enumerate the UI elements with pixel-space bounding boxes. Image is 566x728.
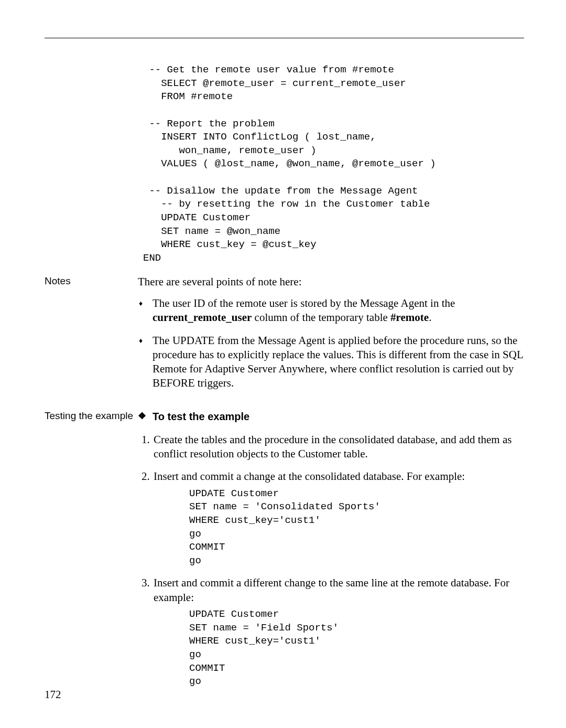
bullet-item-1: ♦ The user ID of the remote user is stor… xyxy=(138,296,524,325)
testing-side-label: Testing the example xyxy=(45,410,134,423)
step2-text: Insert and commit a change at the consol… xyxy=(154,470,465,483)
diamond-icon: ♦ xyxy=(139,336,143,346)
page: -- Get the remote user value from #remot… xyxy=(0,0,566,728)
procedure-steps: Create the tables and the procedure in t… xyxy=(138,433,524,689)
testing-section: Testing the example ❖ To test the exampl… xyxy=(138,410,524,689)
step-2: Insert and commit a change at the consol… xyxy=(153,469,524,568)
bullet1-part-d: #remote xyxy=(390,311,429,324)
notes-section: Notes There are several points of note h… xyxy=(138,275,524,391)
step-1: Create the tables and the procedure in t… xyxy=(153,433,524,462)
notes-bullets: ♦ The user ID of the remote user is stor… xyxy=(138,296,524,391)
diamond-icon: ♦ xyxy=(139,299,143,308)
step1-text: Create the tables and the procedure in t… xyxy=(154,433,511,460)
step-3: Insert and commit a different change to … xyxy=(153,576,524,688)
bullet2-text: The UPDATE from the Message Agent is app… xyxy=(153,334,523,390)
top-rule xyxy=(45,38,524,38)
bullet1-part-a: The user ID of the remote user is stored… xyxy=(153,297,455,309)
bullet-item-2: ♦ The UPDATE from the Message Agent is a… xyxy=(138,334,524,391)
bullet1-part-b: current_remote_user xyxy=(153,311,252,324)
ornament-icon: ❖ xyxy=(138,410,146,422)
code-block-main: -- Get the remote user value from #remot… xyxy=(143,63,524,265)
procedure-heading: ❖ To test the example xyxy=(138,410,524,423)
notes-intro: There are several points of note here: xyxy=(138,275,524,289)
code-block-step2: UPDATE Customer SET name = 'Consolidated… xyxy=(189,487,524,568)
notes-side-label: Notes xyxy=(45,275,134,288)
bullet1-part-e: . xyxy=(429,311,431,324)
procedure-heading-text: To test the example xyxy=(153,411,249,422)
bullet1-text: The user ID of the remote user is stored… xyxy=(153,297,455,324)
bullet1-part-c: column of the temporary table xyxy=(252,311,390,324)
step3-text: Insert and commit a different change to … xyxy=(154,576,509,603)
page-number: 172 xyxy=(45,688,61,702)
content-column: -- Get the remote user value from #remot… xyxy=(138,63,524,689)
code-block-step3: UPDATE Customer SET name = 'Field Sports… xyxy=(189,608,524,689)
